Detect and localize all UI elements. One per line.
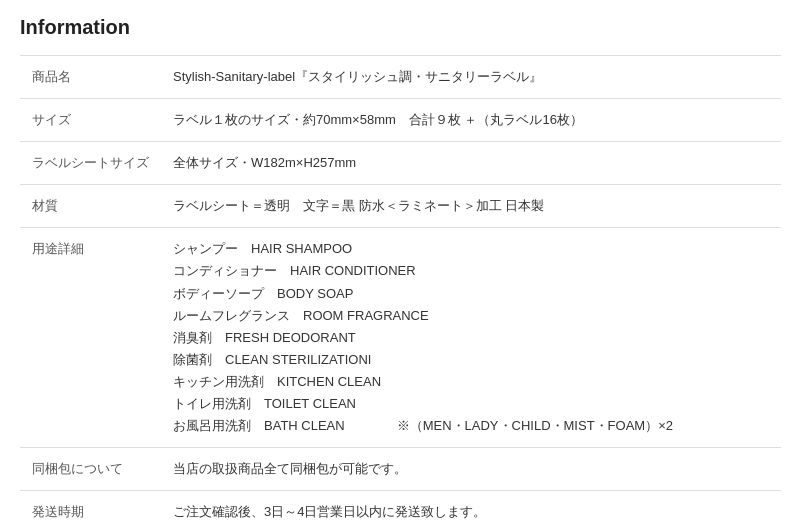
row-value: 全体サイズ・W182m×H257mm: [161, 142, 781, 185]
row-label: 発送時期: [20, 491, 161, 520]
row-value: 当店の取扱商品全て同梱包が可能です。: [161, 448, 781, 491]
row-value: Stylish-Sanitary-label『スタイリッシュ調・サニタリーラベル…: [161, 56, 781, 99]
table-row: 発送時期ご注文確認後、3日～4日営業日以内に発送致します。: [20, 491, 781, 520]
value-line: ルームフレグランス ROOM FRAGRANCE: [173, 305, 769, 327]
value-line: キッチン用洗剤 KITCHEN CLEAN: [173, 371, 769, 393]
row-label: 同梱包について: [20, 448, 161, 491]
row-label: 材質: [20, 185, 161, 228]
value-line: 消臭剤 FRESH DEODORANT: [173, 327, 769, 349]
row-value: ご注文確認後、3日～4日営業日以内に発送致します。: [161, 491, 781, 520]
table-row: 用途詳細シャンプー HAIR SHAMPOOコンディショナー HAIR COND…: [20, 228, 781, 448]
table-row: 同梱包について当店の取扱商品全て同梱包が可能です。: [20, 448, 781, 491]
value-line: ボディーソープ BODY SOAP: [173, 283, 769, 305]
table-row: サイズラベル１枚のサイズ・約70mm×58mm 合計９枚 ＋（丸ラベル16枚）: [20, 99, 781, 142]
value-line: コンディショナー HAIR CONDITIONER: [173, 260, 769, 282]
table-row: 材質ラベルシート＝透明 文字＝黒 防水＜ラミネート＞加工 日本製: [20, 185, 781, 228]
table-row: ラベルシートサイズ全体サイズ・W182m×H257mm: [20, 142, 781, 185]
row-value: ラベルシート＝透明 文字＝黒 防水＜ラミネート＞加工 日本製: [161, 185, 781, 228]
row-label: 商品名: [20, 56, 161, 99]
row-value: シャンプー HAIR SHAMPOOコンディショナー HAIR CONDITIO…: [161, 228, 781, 448]
value-line: トイレ用洗剤 TOILET CLEAN: [173, 393, 769, 415]
row-label: 用途詳細: [20, 228, 161, 448]
value-line: 除菌剤 CLEAN STERILIZATIONI: [173, 349, 769, 371]
value-line: シャンプー HAIR SHAMPOO: [173, 238, 769, 260]
page-container: Information 商品名Stylish-Sanitary-label『スタ…: [0, 0, 801, 520]
row-label: サイズ: [20, 99, 161, 142]
row-value: ラベル１枚のサイズ・約70mm×58mm 合計９枚 ＋（丸ラベル16枚）: [161, 99, 781, 142]
page-title: Information: [20, 16, 781, 39]
value-line: お風呂用洗剤 BATH CLEAN ※（MEN・LADY・CHILD・MIST・…: [173, 415, 769, 437]
info-table: 商品名Stylish-Sanitary-label『スタイリッシュ調・サニタリー…: [20, 55, 781, 520]
row-label: ラベルシートサイズ: [20, 142, 161, 185]
table-row: 商品名Stylish-Sanitary-label『スタイリッシュ調・サニタリー…: [20, 56, 781, 99]
